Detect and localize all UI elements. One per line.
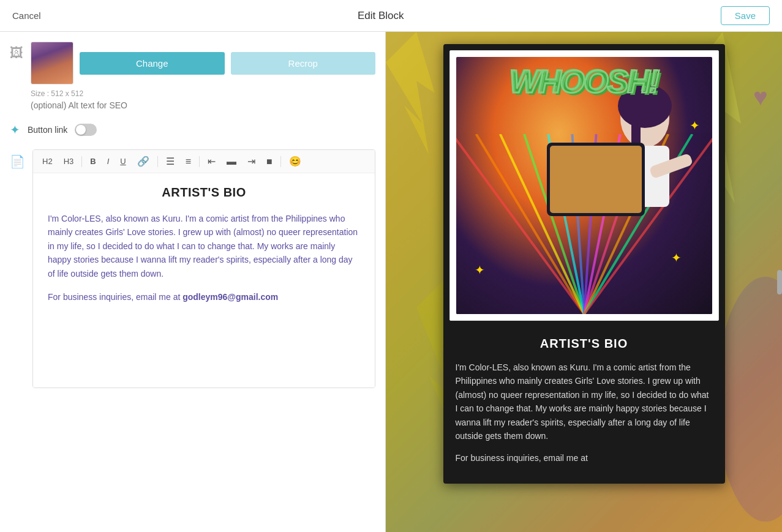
character-svg	[535, 81, 706, 314]
change-image-button[interactable]: Change	[80, 52, 225, 75]
image-meta: Size : 512 x 512	[31, 89, 375, 110]
preview-container: WHOOSH!	[443, 44, 725, 484]
italic-button[interactable]: I	[103, 155, 114, 168]
image-thumbnail	[31, 42, 73, 84]
left-panel: 🖼 Change Recrop Size : 512 x 512	[0, 32, 386, 532]
h3-button[interactable]: H3	[59, 155, 78, 168]
justify-button[interactable]: ■	[262, 154, 277, 169]
editor-wrapper: H2 H3 B I U 🔗 ☰ ≡ ⇤ ▬ ⇥ ■ 😊	[32, 149, 375, 388]
main-layout: 🖼 Change Recrop Size : 512 x 512	[0, 32, 782, 532]
editor-section: 📄 H2 H3 B I U 🔗 ☰ ≡ ⇤ ▬ ⇥	[10, 149, 375, 388]
preview-anime-image: WHOOSH!	[456, 57, 712, 314]
editor-heading: ARTIST'S BIO	[48, 185, 360, 200]
button-link-row: ✦ Button link	[10, 120, 375, 140]
image-section: 🖼 Change Recrop Size : 512 x 512	[10, 42, 375, 110]
toolbar-separator-2	[157, 156, 158, 167]
underline-button[interactable]: U	[116, 155, 130, 168]
header: Cancel Edit Block Save	[0, 0, 782, 32]
editor-paragraph-1: I'm Color-LES, also known as Kuru. I'm a…	[48, 212, 360, 280]
svg-text:♥: ♥	[753, 83, 768, 110]
h2-button[interactable]: H2	[38, 155, 57, 168]
star-1: ✦	[475, 263, 485, 277]
image-size: Size : 512 x 512	[31, 89, 375, 98]
align-left-button[interactable]: ⇤	[203, 154, 220, 169]
doc-icon: 📄	[10, 154, 25, 388]
scroll-indicator[interactable]	[777, 270, 782, 294]
cancel-button[interactable]: Cancel	[12, 10, 41, 21]
image-row: Change Recrop	[31, 42, 375, 84]
preview-paragraph-1: I'm Color-LES, also known as Kuru. I'm a…	[456, 361, 713, 443]
right-panel: ♥ WHOOSH!	[386, 32, 782, 532]
align-center-button[interactable]: ▬	[222, 154, 241, 169]
preview-title: ARTIST'S BIO	[443, 327, 725, 361]
recrop-button[interactable]: Recrop	[231, 52, 376, 75]
page-title: Edit Block	[358, 10, 404, 22]
preview-paragraph-2: For business inquiries, email me at	[456, 451, 713, 465]
button-link-label: Button link	[28, 125, 67, 135]
unordered-list-button[interactable]: ☰	[162, 154, 179, 169]
image-icon: 🖼	[10, 45, 23, 61]
toolbar-separator-1	[81, 156, 82, 167]
save-button[interactable]: Save	[721, 6, 770, 25]
editor-body-text: I'm Color-LES, also known as Kuru. I'm a…	[48, 212, 360, 304]
cursor-icon: ✦	[10, 122, 20, 137]
image-content: Change Recrop Size : 512 x 512	[31, 42, 375, 110]
editor-email: godleym96@gmail.com	[182, 292, 278, 302]
toolbar-separator-4	[280, 156, 281, 167]
emoji-button[interactable]: 😊	[285, 154, 306, 169]
editor-content[interactable]: ARTIST'S BIO I'm Color-LES, also known a…	[33, 173, 375, 388]
editor-toolbar: H2 H3 B I U 🔗 ☰ ≡ ⇤ ▬ ⇥ ■ 😊	[33, 150, 375, 173]
bold-button[interactable]: B	[86, 155, 100, 168]
toggle-knob	[76, 125, 86, 135]
align-right-button[interactable]: ⇥	[243, 154, 260, 169]
link-button[interactable]: 🔗	[133, 154, 154, 169]
ordered-list-button[interactable]: ≡	[181, 154, 195, 169]
editor-paragraph-2: For business inquiries, email me at godl…	[48, 290, 360, 304]
toolbar-separator-3	[199, 156, 200, 167]
preview-body: I'm Color-LES, also known as Kuru. I'm a…	[443, 361, 725, 484]
preview-image-wrap: WHOOSH!	[449, 50, 719, 321]
thumb-inner	[31, 42, 73, 84]
whoosh-text: WHOOSH!	[462, 63, 706, 100]
button-link-toggle[interactable]	[75, 124, 97, 136]
svg-rect-24	[550, 146, 642, 213]
alt-text-input[interactable]	[31, 100, 375, 110]
